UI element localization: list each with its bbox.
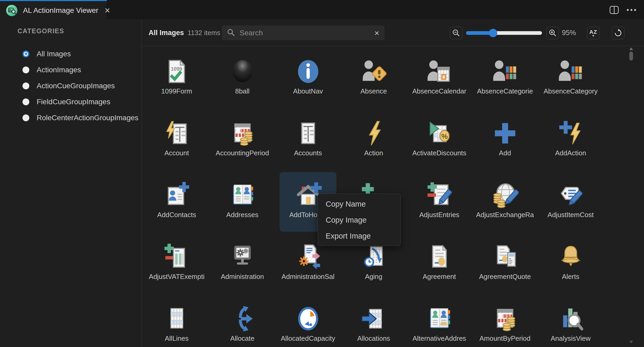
editor-tab-bar: AL ActionImage Viewer × xyxy=(0,0,644,20)
split-editor-icon[interactable] xyxy=(609,6,619,14)
scrollbar-up-icon[interactable] xyxy=(629,47,633,50)
image-label: Action xyxy=(364,149,383,157)
image-label: AdministrationSal xyxy=(281,273,334,281)
zoom-out-button[interactable] xyxy=(450,27,462,39)
image-tile[interactable]: AbsenceCategorie xyxy=(472,46,538,108)
tab-al-actionimage-viewer[interactable]: AL ActionImage Viewer × xyxy=(0,0,107,20)
tag-pen-icon xyxy=(557,181,584,209)
image-tile[interactable]: %ActivateDiscounts xyxy=(406,108,472,170)
branch-arrows-icon xyxy=(229,305,256,332)
slider-thumb[interactable] xyxy=(489,29,497,37)
image-label: AdjustExchangeRa xyxy=(476,211,534,219)
image-tile[interactable]: 10991099Form xyxy=(144,46,210,108)
search-box[interactable]: × xyxy=(222,25,385,40)
context-menu: Copy NameCopy ImageExport Image xyxy=(318,194,401,246)
image-tile[interactable]: Allocations xyxy=(341,294,406,347)
sort-caret-icon: ▾ xyxy=(592,35,594,37)
grid-sheet-icon xyxy=(163,305,190,332)
doc-clock-arrow-icon xyxy=(360,243,387,271)
clear-search-icon[interactable]: × xyxy=(374,29,379,37)
address-book-icon xyxy=(229,181,256,209)
image-tile[interactable]: AbsenceCategory xyxy=(538,46,603,108)
info-circle-icon xyxy=(295,58,322,85)
person-tiles-icon xyxy=(557,58,584,85)
doc-quote-icon xyxy=(492,243,519,271)
sort-alpha-button[interactable]: AZ ▾ xyxy=(587,27,600,39)
image-tile[interactable]: Allocate xyxy=(210,294,275,347)
radio-icon[interactable] xyxy=(22,98,29,105)
calendar-coins-icon xyxy=(229,120,256,147)
image-tile[interactable]: AboutNav xyxy=(275,46,341,108)
category-option[interactable]: ActionCueGroupImages xyxy=(0,78,142,94)
person-tiles-icon xyxy=(492,58,519,85)
image-label: AmountByPeriod xyxy=(479,334,530,343)
plus-lightning-icon xyxy=(557,120,584,147)
context-menu-item[interactable]: Copy Image xyxy=(318,212,400,228)
image-label: Agreement xyxy=(423,273,456,281)
image-tile[interactable]: Alerts xyxy=(538,232,603,294)
category-option[interactable]: All Images xyxy=(0,46,142,62)
tab-title: AL ActionImage Viewer xyxy=(23,6,98,15)
image-tile[interactable]: Agreement xyxy=(406,232,472,294)
radio-icon[interactable] xyxy=(22,51,29,57)
image-tile[interactable]: Administration xyxy=(210,232,275,294)
image-tile[interactable]: AddContacts xyxy=(144,170,210,232)
image-label: AgreementQuote xyxy=(479,273,531,281)
image-tile[interactable]: Absence xyxy=(341,46,406,108)
image-tile[interactable]: AdjustEntries xyxy=(406,170,472,232)
image-tile[interactable]: AdjustItemCost xyxy=(538,170,603,232)
image-tile[interactable]: AccountingPeriod xyxy=(210,108,275,170)
image-tile[interactable]: AlternativeAddres xyxy=(406,294,472,347)
image-tile[interactable]: Add xyxy=(472,108,538,170)
image-tile[interactable]: Action xyxy=(341,108,406,170)
image-tile[interactable]: AddAction xyxy=(538,108,603,170)
scrollbar-down-icon[interactable] xyxy=(629,341,633,343)
scrollbar-thumb[interactable] xyxy=(629,52,633,60)
zoom-in-button[interactable] xyxy=(546,27,559,39)
image-tile[interactable]: 8ball xyxy=(210,46,275,108)
image-tile[interactable]: AllLines xyxy=(144,294,210,347)
image-tile[interactable]: AllocatedCapacity xyxy=(275,294,341,347)
image-label: Accounts xyxy=(294,149,322,157)
category-option[interactable]: ActionImages xyxy=(0,62,142,78)
globe-coins-pen-icon xyxy=(492,181,519,209)
image-label: Addresses xyxy=(226,211,258,219)
context-menu-item[interactable]: Export Image xyxy=(318,228,400,244)
image-tile[interactable]: AdjustExchangeRa xyxy=(472,170,538,232)
image-label: Administration xyxy=(221,273,264,281)
tab-close-icon[interactable]: × xyxy=(105,6,110,15)
view-summary: All Images 1132 items xyxy=(149,20,220,46)
contact-plus-icon xyxy=(163,181,190,209)
app-window: AL ActionImage Viewer × CATEGORIES All I… xyxy=(0,0,644,347)
image-label: 1099Form xyxy=(161,87,192,95)
svg-text:%: % xyxy=(441,132,448,140)
image-tile[interactable]: AbsenceCalendar xyxy=(406,46,472,108)
zoom-percent: 95% xyxy=(562,20,576,46)
radio-icon[interactable] xyxy=(22,82,29,89)
image-tile[interactable]: AnalysisView xyxy=(538,294,603,347)
image-tile[interactable]: AdjustVATExempti xyxy=(144,232,210,294)
image-label: AddContacts xyxy=(157,211,196,219)
extension-logo-icon xyxy=(6,4,18,16)
image-tile[interactable]: AgreementQuote xyxy=(472,232,538,294)
search-input[interactable] xyxy=(239,29,370,37)
image-tile[interactable]: Addresses xyxy=(210,170,275,232)
image-tile[interactable]: AmountByPeriod xyxy=(472,294,538,347)
category-option[interactable]: FieldCueGroupImages xyxy=(0,94,142,110)
image-label: AddAction xyxy=(555,149,586,157)
radio-icon[interactable] xyxy=(22,67,29,73)
refresh-button[interactable] xyxy=(612,27,624,39)
zoom-slider[interactable] xyxy=(466,20,542,46)
doc-gear-arrows-icon xyxy=(295,243,322,271)
image-label: Account xyxy=(165,149,189,157)
context-menu-item[interactable]: Copy Name xyxy=(318,196,400,212)
category-label: FieldCueGroupImages xyxy=(37,98,110,106)
capacity-ring-icon xyxy=(295,305,322,332)
image-tile[interactable]: Accounts xyxy=(275,108,341,170)
image-label: Absence xyxy=(360,87,387,95)
image-label: AdjustItemCost xyxy=(547,211,594,219)
more-actions-icon[interactable] xyxy=(626,8,637,12)
category-option[interactable]: RoleCenterActionGroupImages xyxy=(0,110,142,126)
image-tile[interactable]: Account xyxy=(144,108,210,170)
radio-icon[interactable] xyxy=(22,114,29,121)
